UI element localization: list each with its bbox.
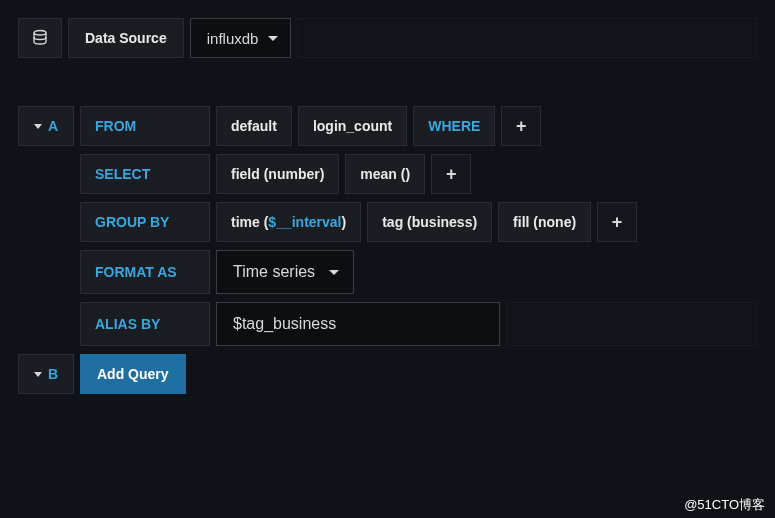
query-editor: A FROM default login_count WHERE + SELEC… [18,106,757,394]
where-add-button[interactable]: + [501,106,541,146]
query-letter: A [48,118,58,134]
groupby-fill[interactable]: fill (none) [498,202,591,242]
select-field[interactable]: field (number) [216,154,339,194]
alias-keyword: ALIAS BY [80,302,210,346]
datasource-value: influxdb [207,30,259,47]
watermark: @51CTO博客 [684,496,765,514]
datasource-header: Data Source influxdb [18,18,757,58]
add-query-button[interactable]: Add Query [80,354,186,394]
groupby-row: GROUP BY time ($__interval) tag (busines… [80,202,757,242]
from-policy[interactable]: default [216,106,292,146]
database-icon [31,29,49,47]
from-measurement[interactable]: login_count [298,106,407,146]
query-b: B Add Query [18,354,757,394]
alias-row: ALIAS BY $tag_business [80,302,757,346]
alias-input[interactable]: $tag_business [216,302,500,346]
from-keyword: FROM [80,106,210,146]
groupby-add-button[interactable]: + [597,202,637,242]
datasource-icon-button[interactable] [18,18,62,58]
query-a-body: FROM default login_count WHERE + SELECT … [80,106,757,346]
query-toggle-b[interactable]: B [18,354,74,394]
from-row: FROM default login_count WHERE + [80,106,757,146]
chevron-down-icon [34,124,42,129]
where-label[interactable]: WHERE [413,106,495,146]
groupby-keyword: GROUP BY [80,202,210,242]
query-letter: B [48,366,58,382]
groupby-tag[interactable]: tag (business) [367,202,492,242]
format-keyword: FORMAT AS [80,250,210,294]
query-a: A FROM default login_count WHERE + SELEC… [18,106,757,346]
svg-point-0 [34,31,46,36]
chevron-down-icon [329,270,339,275]
datasource-label: Data Source [68,18,184,58]
select-agg[interactable]: mean () [345,154,425,194]
header-filler [297,18,757,58]
select-keyword: SELECT [80,154,210,194]
format-value: Time series [233,263,315,281]
format-select[interactable]: Time series [216,250,354,294]
select-row: SELECT field (number) mean () + [80,154,757,194]
select-add-button[interactable]: + [431,154,471,194]
chevron-down-icon [268,36,278,41]
chevron-down-icon [34,372,42,377]
datasource-select[interactable]: influxdb [190,18,292,58]
format-row: FORMAT AS Time series [80,250,757,294]
groupby-time[interactable]: time ($__interval) [216,202,361,242]
query-toggle-a[interactable]: A [18,106,74,146]
alias-filler [506,302,758,346]
